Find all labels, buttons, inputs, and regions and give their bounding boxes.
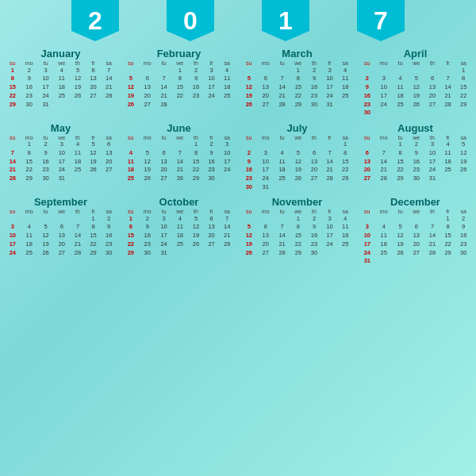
calendar-day: 24 (219, 166, 235, 175)
calendar-day: 12 (139, 157, 156, 166)
calendar-day: 8 (290, 75, 306, 83)
calendar-day: 1 (188, 140, 204, 149)
calendar-day (5, 214, 21, 223)
calendar-day: 16 (139, 232, 156, 240)
calendar-day: 7 (440, 75, 456, 83)
calendar-day: 28 (171, 175, 188, 183)
calendar-day: 27 (53, 248, 70, 257)
month-name: May (5, 122, 117, 134)
day-header: fr (204, 60, 220, 66)
calendar-day: 23 (306, 240, 322, 248)
calendar-day: 28 (274, 100, 290, 109)
calendar-day: 3 (156, 214, 172, 223)
month-block-august: Augustsumotuwethfrsa12345678910111213141… (358, 121, 473, 194)
calendar-day: 13 (101, 148, 117, 157)
month-table: sumotuwethfrsa12345678910111213141516171… (5, 135, 117, 183)
calendar-day: 14 (219, 223, 235, 232)
calendar-day: 30 (359, 109, 375, 117)
calendar-day (188, 248, 204, 257)
calendar-day: 3 (424, 140, 440, 149)
calendar-day: 12 (455, 148, 471, 157)
calendar-day: 22 (188, 166, 204, 175)
calendar-day: 7 (375, 148, 393, 157)
calendar-day: 23 (455, 240, 471, 248)
calendar-day: 31 (38, 100, 54, 109)
calendar-day: 29 (455, 100, 471, 109)
day-header: tu (393, 209, 409, 214)
calendar-day: 11 (337, 223, 353, 232)
calendar-day: 8 (86, 223, 102, 232)
calendar-day: 10 (5, 232, 21, 240)
calendar-day: 3 (53, 140, 70, 149)
calendar-day: 19 (393, 240, 409, 248)
calendar-day: 14 (171, 157, 188, 166)
calendar-day: 6 (257, 223, 274, 232)
day-header: su (123, 135, 139, 140)
calendar-day: 15 (337, 157, 353, 166)
calendar-day: 11 (274, 157, 290, 166)
calendar-day: 10 (424, 148, 440, 157)
calendar-day: 17 (5, 240, 21, 248)
calendar-day: 19 (70, 83, 86, 92)
month-block-february: Februarysumotuwethfrsa123456789101112131… (121, 46, 236, 119)
calendar-day: 23 (204, 166, 220, 175)
calendar-day: 2 (101, 214, 117, 223)
calendar-day (440, 257, 456, 266)
calendar-day: 12 (241, 83, 257, 92)
day-header: fr (440, 209, 456, 214)
calendar-day: 18 (21, 240, 38, 248)
calendar-day: 24 (38, 91, 54, 100)
year-banner: 2017 (0, 0, 476, 41)
calendar-day: 16 (306, 83, 322, 92)
calendar-day: 2 (306, 214, 322, 223)
calendar-day: 9 (359, 83, 375, 92)
calendar-day: 26 (139, 175, 156, 183)
calendar-day (393, 109, 409, 117)
calendar-day: 16 (455, 232, 471, 240)
day-header: tu (156, 60, 172, 66)
calendar-day: 15 (171, 83, 188, 92)
calendar-day: 12 (38, 232, 54, 240)
calendar-day: 2 (359, 75, 375, 83)
calendar-day: 7 (274, 75, 290, 83)
calendar-day: 5 (393, 223, 409, 232)
calendar-day: 8 (337, 148, 353, 157)
day-header: sa (219, 135, 235, 140)
calendar-day: 4 (219, 66, 235, 75)
calendar-day (219, 175, 235, 183)
month-table: sumotuwethfrsa12345678910111213141516171… (123, 60, 235, 109)
calendar-day: 16 (306, 232, 322, 240)
month-table: sumotuwethfrsa12345678910111213141516171… (5, 60, 117, 109)
calendar-day: 23 (241, 175, 257, 183)
day-header: fr (322, 135, 338, 140)
calendar-day (337, 100, 353, 109)
calendar-day: 3 (38, 66, 54, 75)
calendar-day: 10 (375, 83, 393, 92)
calendar-day (156, 140, 172, 149)
calendar-day: 24 (424, 166, 440, 175)
calendar-day: 21 (171, 166, 188, 175)
calendar-day (257, 66, 274, 75)
calendar-day (171, 140, 188, 149)
calendar-day: 15 (5, 83, 21, 92)
calendar-day: 1 (171, 66, 188, 75)
month-block-september: Septembersumotuwethfrsa12345678910111213… (3, 194, 118, 267)
calendar-day (274, 214, 290, 223)
calendar-day: 25 (70, 166, 86, 175)
year-digit-wrap: 2 (71, 0, 119, 41)
calendar-day: 22 (21, 166, 38, 175)
day-header: su (359, 60, 375, 66)
calendar-day: 14 (375, 157, 393, 166)
day-header: tu (38, 60, 54, 66)
calendar-day: 13 (86, 75, 102, 83)
calendar-day: 4 (337, 214, 353, 223)
calendar-day: 15 (123, 232, 139, 240)
calendar-day: 25 (53, 91, 70, 100)
year-digit-wrap: 7 (357, 0, 405, 41)
day-header: mo (21, 60, 38, 66)
calendar-day: 9 (306, 75, 322, 83)
calendar-day: 2 (408, 140, 424, 149)
day-header: sa (455, 135, 471, 140)
calendar-day (38, 214, 54, 223)
calendar-day: 5 (408, 75, 424, 83)
